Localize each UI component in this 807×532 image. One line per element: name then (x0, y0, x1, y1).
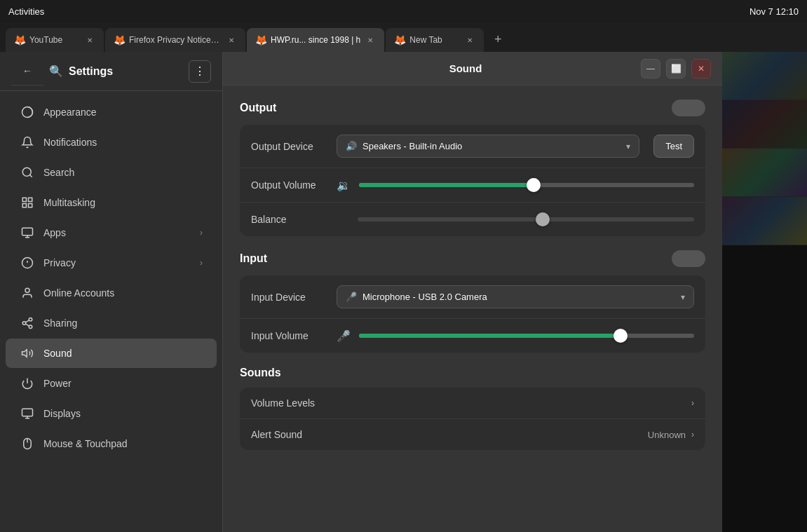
browser-window: 🦊 YouTube ✕ 🦊 Firefox Privacy Notice — ✕… (0, 22, 807, 532)
volume-levels-right: › (691, 398, 694, 408)
topbar-left: Activities (8, 6, 44, 17)
sidebar-item-online-accounts[interactable]: Online Accounts (6, 278, 217, 308)
alert-sound-value: Unknown (648, 430, 686, 440)
sounds-section-header: Sounds (240, 367, 705, 379)
input-toggle[interactable] (672, 250, 705, 267)
yt-thumb-img-4 (722, 197, 807, 245)
output-device-row: Output Device 🔊 Speakers - Built-in Audi… (240, 125, 705, 168)
sidebar-item-multitasking[interactable]: Multitasking (6, 188, 217, 217)
tab-hwp[interactable]: 🦊 HWP.ru... since 1998 | h ✕ (247, 28, 384, 52)
output-volume-thumb[interactable] (527, 178, 541, 192)
svg-rect-4 (29, 198, 32, 201)
output-section-header: Output (240, 100, 705, 116)
sidebar-item-appearance[interactable]: Appearance (6, 97, 217, 127)
svg-point-15 (22, 322, 26, 325)
input-device-icon: 🎤 (346, 292, 357, 302)
alert-sound-row[interactable]: Alert Sound Unknown › (240, 419, 705, 450)
input-volume-fill (359, 334, 620, 338)
mic-icon: 🎤 (337, 329, 351, 343)
sidebar-item-search[interactable]: Search (6, 158, 217, 187)
tab-new-tab-icon: 🦊 (394, 34, 405, 46)
test-button[interactable]: Test (653, 135, 694, 158)
output-device-icon: 🔊 (346, 141, 357, 151)
sounds-title: Sounds (240, 367, 281, 379)
mouse-touchpad-label: Mouse & Touchpad (43, 438, 203, 449)
balance-thumb[interactable] (536, 212, 550, 226)
balance-row: Balance (240, 203, 705, 236)
new-tab-button[interactable]: + (488, 29, 508, 49)
tab-youtube-close[interactable]: ✕ (84, 34, 95, 46)
settings-sidebar: ← 🔍 Settings ⋮ Appearance (0, 52, 223, 532)
balance-slider[interactable] (358, 212, 694, 226)
sound-panel: Sound — ⬜ ✕ Output (223, 52, 722, 532)
output-volume-slider[interactable] (359, 178, 694, 192)
yt-thumb-img-2 (722, 100, 807, 148)
tab-hwp-title: HWP.ru... since 1998 | h (271, 35, 360, 45)
online-accounts-label: Online Accounts (43, 287, 203, 299)
output-toggle[interactable] (672, 100, 705, 116)
window-controls: — ⬜ ✕ (641, 59, 711, 79)
settings-menu-button[interactable]: ⋮ (189, 60, 211, 83)
close-button[interactable]: ✕ (691, 59, 711, 79)
activities-label[interactable]: Activities (8, 6, 44, 17)
search-label: Search (43, 167, 203, 178)
topbar: Activities Nov 7 12:10 (0, 0, 807, 22)
sidebar-item-power[interactable]: Power (6, 369, 217, 398)
sidebar-item-apps[interactable]: Apps › (6, 218, 217, 247)
browser-content: ← 🔍 Settings ⋮ Appearance (0, 52, 807, 532)
privacy-arrow-icon: › (200, 258, 203, 268)
sidebar-item-sharing[interactable]: Sharing (6, 308, 217, 338)
svg-rect-7 (22, 228, 33, 236)
tab-firefox-privacy-close[interactable]: ✕ (226, 34, 237, 46)
sidebar-item-mouse-touchpad[interactable]: Mouse & Touchpad (6, 429, 217, 458)
sidebar-item-sound[interactable]: Sound (6, 339, 217, 368)
sidebar-item-notifications[interactable]: Notifications (6, 128, 217, 157)
sound-titlebar: Sound — ⬜ ✕ (223, 52, 722, 86)
svg-rect-5 (22, 204, 26, 207)
yt-content-area (722, 52, 807, 532)
output-device-select[interactable]: 🔊 Speakers - Built-in Audio ▾ (337, 135, 639, 158)
input-volume-thumb[interactable] (613, 329, 628, 343)
svg-point-14 (29, 318, 32, 322)
output-volume-track (359, 183, 694, 187)
volume-levels-row[interactable]: Volume Levels › (240, 388, 705, 419)
yt-thumb-img-1 (722, 52, 807, 100)
input-volume-track (359, 334, 694, 338)
svg-rect-6 (29, 204, 32, 207)
tab-new-tab[interactable]: 🦊 New Tab ✕ (386, 28, 484, 52)
menu-icon: ⋮ (194, 64, 205, 78)
power-label: Power (43, 378, 203, 389)
tab-hwp-close[interactable]: ✕ (365, 34, 376, 46)
output-volume-fill (359, 183, 534, 187)
minimize-button[interactable]: — (641, 59, 660, 79)
tab-hwp-icon: 🦊 (255, 34, 266, 46)
alert-sound-arrow-icon: › (691, 430, 694, 439)
tab-firefox-privacy[interactable]: 🦊 Firefox Privacy Notice — ✕ (105, 28, 245, 52)
input-section-header: Input (240, 250, 705, 267)
sidebar-item-displays[interactable]: Displays (6, 399, 217, 428)
sidebar-item-privacy[interactable]: Privacy › (6, 248, 217, 278)
appearance-label: Appearance (43, 107, 203, 118)
back-button[interactable]: ← (11, 57, 43, 86)
appearance-icon (20, 104, 35, 120)
input-device-select[interactable]: 🎤 Microphone - USB 2.0 Camera ▾ (337, 285, 694, 308)
multitasking-label: Multitasking (43, 197, 203, 208)
output-device-name: Speakers - Built-in Audio (362, 141, 620, 151)
svg-point-16 (29, 325, 32, 329)
output-card: Output Device 🔊 Speakers - Built-in Audi… (240, 125, 705, 236)
tab-bar: 🦊 YouTube ✕ 🦊 Firefox Privacy Notice — ✕… (0, 22, 807, 52)
settings-nav: Appearance Notifications Search (0, 91, 222, 465)
input-volume-slider[interactable] (359, 329, 694, 343)
svg-line-17 (25, 324, 29, 326)
maximize-button[interactable]: ⬜ (666, 59, 686, 79)
input-title: Input (240, 252, 267, 265)
mouse-touchpad-icon (20, 436, 35, 451)
output-device-arrow-icon: ▾ (626, 142, 630, 151)
sounds-card: Volume Levels › Alert Sound Unknown › (240, 388, 705, 450)
input-device-name: Microphone - USB 2.0 Camera (362, 292, 675, 302)
apps-label: Apps (43, 227, 191, 238)
tab-new-tab-close[interactable]: ✕ (464, 34, 475, 46)
tab-youtube[interactable]: 🦊 YouTube ✕ (6, 28, 104, 52)
settings-overlay: ← 🔍 Settings ⋮ Appearance (0, 52, 722, 532)
online-accounts-icon (20, 285, 35, 301)
